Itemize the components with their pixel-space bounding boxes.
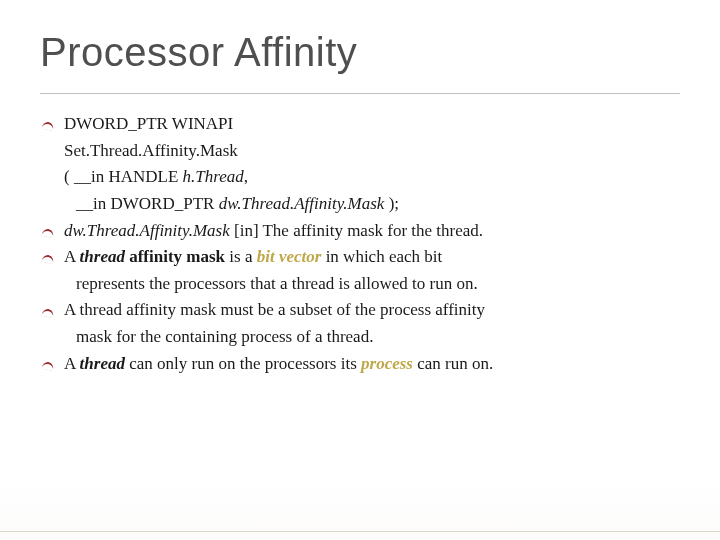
bullet-3-cont: represents the processors that a thread … bbox=[40, 272, 680, 297]
text: , bbox=[244, 167, 248, 186]
bullet-1-line-1: DWORD_PTR WINAPI bbox=[40, 112, 680, 137]
text: A bbox=[64, 354, 80, 373]
text: ( __in HANDLE bbox=[64, 167, 183, 186]
bullet-4: A thread affinity mask must be a subset … bbox=[40, 298, 680, 323]
text: [in] The affinity mask for the thread. bbox=[230, 221, 483, 240]
bullet-4-cont: mask for the containing process of a thr… bbox=[40, 325, 680, 350]
title-divider bbox=[40, 93, 680, 94]
bullet-2: dw.Thread.Affinity.Mask [in] The affinit… bbox=[40, 219, 680, 244]
bullet-3: A thread affinity mask is a bit vector i… bbox=[40, 245, 680, 270]
text: __in DWORD_PTR bbox=[76, 194, 219, 213]
bullet-1-line-4: __in DWORD_PTR dw.Thread.Affinity.Mask )… bbox=[40, 192, 680, 217]
kw-process: process bbox=[361, 354, 413, 373]
footer-divider bbox=[0, 531, 720, 532]
slide-title: Processor Affinity bbox=[40, 30, 680, 75]
text: in which each bit bbox=[321, 247, 442, 266]
bullet-5: A thread can only run on the processors … bbox=[40, 352, 680, 377]
text: ); bbox=[384, 194, 399, 213]
param-hthread: h.Thread bbox=[183, 167, 244, 186]
param-name: dw.Thread.Affinity.Mask bbox=[64, 221, 230, 240]
kw-thread: thread bbox=[80, 354, 125, 373]
kw-affinity-mask: affinity mask bbox=[129, 247, 225, 266]
text: can only run on the processors its bbox=[125, 354, 361, 373]
text: is a bbox=[225, 247, 257, 266]
text: can run on. bbox=[413, 354, 493, 373]
bullet-1-line-2: Set.Thread.Affinity.Mask bbox=[40, 139, 680, 164]
slide-content: DWORD_PTR WINAPI Set.Thread.Affinity.Mas… bbox=[40, 112, 680, 376]
text: A bbox=[64, 247, 80, 266]
slide: Processor Affinity DWORD_PTR WINAPI Set.… bbox=[0, 0, 720, 540]
bullet-1-line-3: ( __in HANDLE h.Thread, bbox=[40, 165, 680, 190]
kw-thread: thread bbox=[80, 247, 125, 266]
kw-bit-vector: bit vector bbox=[257, 247, 322, 266]
param-dwmask: dw.Thread.Affinity.Mask bbox=[219, 194, 385, 213]
